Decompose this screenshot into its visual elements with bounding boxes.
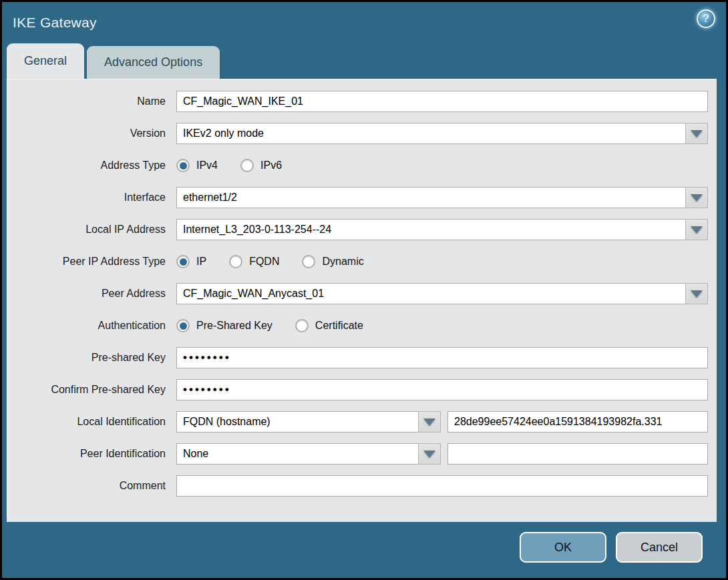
tab-general-label: General <box>24 54 67 68</box>
local-identification-type-input[interactable] <box>176 411 418 432</box>
peer-ip-type-option-fqdn-label: FQDN <box>249 256 279 268</box>
peer-ip-address-type-radio-group: IP FQDN Dynamic <box>176 255 364 268</box>
peer-ip-address-type-row: Peer IP Address Type IP FQDN Dynamic <box>7 251 708 272</box>
chevron-down-icon <box>691 290 703 298</box>
comment-row: Comment <box>7 475 708 497</box>
interface-dropdown <box>176 187 708 208</box>
ok-button[interactable]: OK <box>520 532 606 563</box>
confirm-pre-shared-key-label: Confirm Pre-shared Key <box>7 384 171 396</box>
version-dropdown <box>176 123 708 144</box>
peer-identification-row: Peer Identification <box>7 443 708 465</box>
name-row: Name <box>7 91 708 112</box>
version-row: Version <box>7 123 708 144</box>
tab-advanced-options[interactable]: Advanced Options <box>87 46 220 79</box>
general-tab-panel: Name Version Address Type <box>7 79 717 522</box>
peer-address-input[interactable] <box>176 283 685 304</box>
pre-shared-key-input[interactable] <box>176 347 708 368</box>
chevron-down-icon <box>691 226 703 234</box>
local-ip-address-label: Local IP Address <box>7 224 171 236</box>
name-input[interactable] <box>176 91 708 112</box>
address-type-radio-group: IPv4 IPv6 <box>176 159 282 172</box>
peer-address-dropdown-button[interactable] <box>685 283 708 304</box>
help-icon-glyph: ? <box>703 12 709 25</box>
authentication-option-pre-shared-key[interactable]: Pre-Shared Key <box>176 319 272 332</box>
confirm-pre-shared-key-row: Confirm Pre-shared Key <box>7 379 708 400</box>
peer-identification-label: Peer Identification <box>7 448 171 460</box>
peer-identification-type-input[interactable] <box>176 443 418 465</box>
cancel-button[interactable]: Cancel <box>616 532 703 563</box>
address-type-option-ipv6[interactable]: IPv6 <box>240 159 282 172</box>
local-identification-value-input[interactable] <box>447 411 708 432</box>
peer-address-label: Peer Address <box>7 288 171 300</box>
interface-dropdown-button[interactable] <box>685 187 708 208</box>
radio-button-icon <box>176 319 190 332</box>
pre-shared-key-label: Pre-shared Key <box>7 352 171 364</box>
peer-identification-value-input[interactable] <box>447 443 708 465</box>
local-ip-address-input[interactable] <box>176 219 685 240</box>
authentication-option-certificate-label: Certificate <box>315 320 363 332</box>
chevron-down-icon <box>423 418 435 426</box>
peer-ip-address-type-label: Peer IP Address Type <box>7 256 171 268</box>
tab-bar: General Advanced Options <box>2 43 726 79</box>
chevron-down-icon <box>691 130 703 137</box>
peer-ip-type-option-ip-label: IP <box>196 256 206 268</box>
comment-input[interactable] <box>176 475 708 497</box>
address-type-option-ipv6-label: IPv6 <box>260 160 282 172</box>
dialog-titlebar: IKE Gateway ? <box>2 2 726 43</box>
local-ip-address-row: Local IP Address <box>7 219 708 240</box>
radio-button-icon <box>176 255 190 268</box>
chevron-down-icon <box>423 451 435 458</box>
help-icon[interactable]: ? <box>697 9 715 28</box>
version-label: Version <box>7 127 171 139</box>
address-type-row: Address Type IPv4 IPv6 <box>7 155 708 176</box>
radio-button-icon <box>295 319 309 332</box>
peer-ip-type-option-dynamic[interactable]: Dynamic <box>302 255 363 268</box>
radio-button-icon <box>302 255 315 268</box>
pre-shared-key-row: Pre-shared Key <box>7 347 708 368</box>
authentication-option-certificate[interactable]: Certificate <box>295 319 363 332</box>
radio-button-icon <box>240 159 254 172</box>
peer-identification-dropdown-button[interactable] <box>418 443 441 465</box>
peer-ip-type-option-fqdn[interactable]: FQDN <box>229 255 279 268</box>
tab-general[interactable]: General <box>7 43 84 79</box>
confirm-pre-shared-key-input[interactable] <box>176 379 708 400</box>
version-dropdown-button[interactable] <box>685 123 708 144</box>
local-identification-dropdown-button[interactable] <box>418 411 441 432</box>
ike-gateway-dialog-screen: IKE Gateway ? General Advanced Options N… <box>0 0 728 580</box>
local-identification-row: Local Identification <box>7 411 708 432</box>
interface-row: Interface <box>7 187 708 208</box>
local-identification-label: Local Identification <box>7 416 171 428</box>
address-type-option-ipv4-label: IPv4 <box>196 160 218 172</box>
local-identification-type-dropdown <box>176 411 441 432</box>
authentication-radio-group: Pre-Shared Key Certificate <box>176 319 363 332</box>
local-ip-address-dropdown <box>176 219 708 240</box>
authentication-label: Authentication <box>7 320 171 332</box>
dialog-title: IKE Gateway <box>13 15 97 31</box>
interface-label: Interface <box>7 192 171 204</box>
address-type-label: Address Type <box>7 160 171 172</box>
local-ip-address-dropdown-button[interactable] <box>685 219 708 240</box>
name-label: Name <box>7 95 171 107</box>
peer-ip-type-option-dynamic-label: Dynamic <box>322 256 363 268</box>
radio-button-icon <box>176 159 190 172</box>
interface-input[interactable] <box>176 187 685 208</box>
peer-identification-type-dropdown <box>176 443 441 465</box>
chevron-down-icon <box>691 194 703 202</box>
peer-ip-type-option-ip[interactable]: IP <box>176 255 206 268</box>
comment-label: Comment <box>7 480 171 492</box>
tab-advanced-options-label: Advanced Options <box>104 55 202 69</box>
radio-button-icon <box>229 255 242 268</box>
ike-gateway-dialog: IKE Gateway ? General Advanced Options N… <box>2 2 726 578</box>
authentication-option-psk-label: Pre-Shared Key <box>196 320 272 332</box>
peer-address-dropdown <box>176 283 708 304</box>
peer-address-row: Peer Address <box>7 283 708 304</box>
version-input[interactable] <box>176 123 685 144</box>
authentication-row: Authentication Pre-Shared Key Certificat… <box>7 315 708 336</box>
address-type-option-ipv4[interactable]: IPv4 <box>176 159 218 172</box>
dialog-footer: OK Cancel <box>2 522 726 578</box>
